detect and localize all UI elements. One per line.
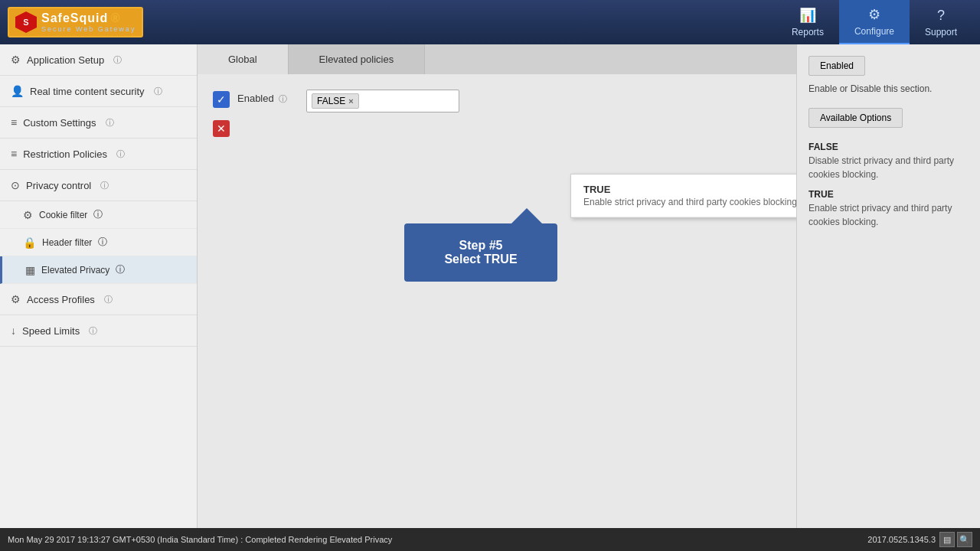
sidebar-item-cookie-filter-label: Cookie filter xyxy=(39,210,87,220)
sidebar-item-privacy-control-label: Privacy control xyxy=(26,180,91,191)
false-option-desc: Disable strict privacy and third party c… xyxy=(808,154,969,181)
configure-label: Configure xyxy=(854,26,894,37)
delete-field-row: ✕ xyxy=(213,120,781,137)
sidebar-item-header-filter[interactable]: 🔒 Header filter ⓘ xyxy=(0,229,197,256)
sidebar-item-header-filter-label: Header filter xyxy=(42,237,92,248)
tag-close-button[interactable]: × xyxy=(348,96,353,106)
dropdown-menu: TRUE Enable strict privacy and third par… xyxy=(570,174,796,218)
tab-elevated-policies-label: Elevated policies xyxy=(319,54,394,65)
info-icon-real-time: ⓘ xyxy=(154,86,162,97)
callout-line1: Step #5 xyxy=(427,239,534,253)
sidebar-item-restriction-policies-label: Restriction Policies xyxy=(23,148,107,160)
status-right: 2017.0525.1345.3 ▤ 🔍 xyxy=(867,532,972,547)
checkbox-enabled[interactable]: ✓ xyxy=(213,91,230,108)
configure-nav-button[interactable]: ⚙ Configure xyxy=(839,0,910,44)
sidebar-item-access-profiles[interactable]: ⚙ Access Profiles ⓘ xyxy=(0,284,197,315)
configure-icon: ⚙ xyxy=(868,6,880,23)
enabled-label: Enabled ⓘ xyxy=(237,90,299,105)
panel-options-section: FALSE Disable strict privacy and third p… xyxy=(808,142,969,229)
restriction-policies-icon: ≡ xyxy=(11,148,17,160)
sidebar-item-application-setup-label: Application Setup xyxy=(27,54,104,66)
tab-elevated-policies[interactable]: Elevated policies xyxy=(289,44,426,74)
dropdown-item-true-desc: Enable strict privacy and third party co… xyxy=(583,197,796,207)
top-navigation: S SafeSquid ® Secure Web Gateway 📊 Repor… xyxy=(0,0,980,44)
content-tabs: Global Elevated policies xyxy=(198,44,796,74)
support-icon: ? xyxy=(937,8,945,24)
sidebar-item-speed-limits[interactable]: ↓ Speed Limits ⓘ xyxy=(0,315,197,347)
status-bar: Mon May 29 2017 19:13:27 GMT+0530 (India… xyxy=(0,528,980,551)
tag-false: FALSE × xyxy=(312,93,359,109)
checkbox-delete[interactable]: ✕ xyxy=(213,120,230,137)
support-nav-button[interactable]: ? Support xyxy=(910,2,972,44)
info-icon-header-filter: ⓘ xyxy=(98,236,107,249)
sidebar-item-restriction-policies[interactable]: ≡ Restriction Policies ⓘ xyxy=(0,139,197,170)
enabled-field-row: ✓ Enabled ⓘ FALSE × xyxy=(213,90,781,112)
reports-nav-button[interactable]: 📊 Reports xyxy=(776,1,839,44)
main-layout: ⚙ Application Setup ⓘ 👤 Real time conten… xyxy=(0,44,980,528)
info-icon-restriction-policies: ⓘ xyxy=(116,148,125,160)
sidebar-item-elevated-privacy-label: Elevated Privacy xyxy=(41,265,109,276)
enabled-desc: Enable or Disable this section. xyxy=(808,82,969,96)
support-label: Support xyxy=(925,27,957,37)
true-option-desc: Enable strict privacy and third party co… xyxy=(808,201,969,229)
logo-text-area: SafeSquid ® Secure Web Gateway xyxy=(41,11,136,33)
real-time-icon: 👤 xyxy=(11,85,24,97)
header-filter-icon: 🔒 xyxy=(23,236,36,249)
right-panel: Enabled Enable or Disable this section. … xyxy=(796,44,980,528)
tag-input-area[interactable]: FALSE × xyxy=(306,90,459,112)
callout-box: Step #5 Select TRUE xyxy=(404,223,557,282)
info-icon-enabled: ⓘ xyxy=(279,94,287,103)
status-icons: ▤ 🔍 xyxy=(939,532,972,547)
info-icon-privacy-control: ⓘ xyxy=(100,180,109,191)
speed-limits-icon: ↓ xyxy=(11,324,16,337)
info-icon-cookie-filter: ⓘ xyxy=(93,208,103,221)
tab-global-label: Global xyxy=(228,54,257,65)
sidebar-item-real-time-label: Real time content security xyxy=(30,86,145,97)
logo-box: S SafeSquid ® Secure Web Gateway xyxy=(8,7,143,37)
reports-icon: 📊 xyxy=(799,7,816,24)
sidebar-item-cookie-filter[interactable]: ⚙ Cookie filter ⓘ xyxy=(0,201,197,229)
false-option-label: FALSE xyxy=(808,142,969,152)
dropdown-item-true-title: TRUE xyxy=(583,184,796,195)
status-icon-search[interactable]: 🔍 xyxy=(957,532,972,547)
logo-area: S SafeSquid ® Secure Web Gateway xyxy=(8,7,143,37)
content-area: Global Elevated policies ✓ Enabled ⓘ FAL… xyxy=(198,44,796,528)
tab-global[interactable]: Global xyxy=(198,44,289,74)
info-icon-access-profiles: ⓘ xyxy=(104,294,113,305)
sidebar-item-custom-settings[interactable]: ≡ Custom Settings ⓘ xyxy=(0,107,197,139)
content-body: ✓ Enabled ⓘ FALSE × ✕ TRUE xyxy=(198,74,796,160)
reports-label: Reports xyxy=(792,27,824,37)
app-name: SafeSquid xyxy=(41,11,108,24)
enabled-button[interactable]: Enabled xyxy=(808,56,865,76)
dropdown-item-true[interactable]: TRUE Enable strict privacy and third par… xyxy=(571,174,796,217)
custom-settings-icon: ≡ xyxy=(11,116,17,129)
true-option-label: TRUE xyxy=(808,189,969,200)
app-tagline: Secure Web Gateway xyxy=(41,25,136,33)
sidebar-item-elevated-privacy[interactable]: ▦ Elevated Privacy ⓘ xyxy=(0,256,197,284)
status-icon-grid[interactable]: ▤ xyxy=(939,532,955,547)
nav-right: 📊 Reports ⚙ Configure ? Support xyxy=(776,0,972,44)
privacy-control-icon: ⊙ xyxy=(11,179,20,191)
info-icon-application-setup: ⓘ xyxy=(113,54,122,66)
sidebar-item-application-setup[interactable]: ⚙ Application Setup ⓘ xyxy=(0,44,197,76)
sidebar: ⚙ Application Setup ⓘ 👤 Real time conten… xyxy=(0,44,198,528)
version-text: 2017.0525.1345.3 xyxy=(867,535,936,544)
info-icon-elevated-privacy: ⓘ xyxy=(116,263,125,276)
sidebar-item-speed-limits-label: Speed Limits xyxy=(22,325,80,337)
callout-line2: Select TRUE xyxy=(427,253,534,266)
status-message: Mon May 29 2017 19:13:27 GMT+0530 (India… xyxy=(8,535,392,544)
sidebar-item-real-time-content-security[interactable]: 👤 Real time content security ⓘ xyxy=(0,76,197,107)
tag-false-value: FALSE xyxy=(317,96,345,106)
elevated-privacy-icon: ▦ xyxy=(25,264,35,276)
cookie-filter-icon: ⚙ xyxy=(23,209,33,221)
logo-shield: S xyxy=(15,11,37,33)
access-profiles-icon: ⚙ xyxy=(11,293,21,305)
available-options-button[interactable]: Available Options xyxy=(808,108,903,128)
sidebar-item-access-profiles-label: Access Profiles xyxy=(27,294,95,305)
info-icon-speed-limits: ⓘ xyxy=(89,325,97,337)
info-icon-custom-settings: ⓘ xyxy=(106,117,114,129)
application-setup-icon: ⚙ xyxy=(11,54,21,66)
sidebar-item-custom-settings-label: Custom Settings xyxy=(23,117,96,129)
sidebar-item-privacy-control[interactable]: ⊙ Privacy control ⓘ xyxy=(0,170,197,201)
